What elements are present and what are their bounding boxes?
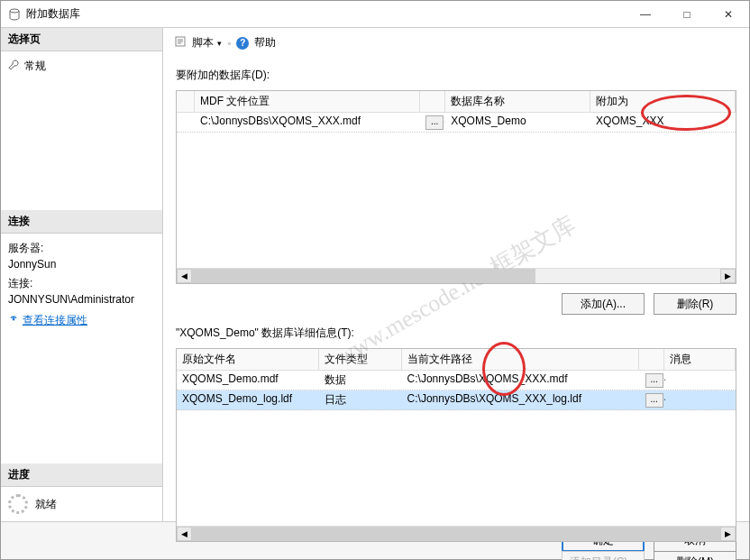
browse-button[interactable]: ... bbox=[645, 373, 663, 388]
server-value: JonnySun bbox=[8, 258, 155, 271]
browse-button[interactable]: ... bbox=[425, 115, 444, 130]
add-directory-button: 添加目录(C)... bbox=[562, 551, 645, 560]
view-connection-link[interactable]: 查看连接属性 bbox=[8, 313, 87, 328]
minimize-button[interactable]: — bbox=[625, 1, 666, 27]
window-buttons: — □ ✕ bbox=[625, 1, 749, 27]
toolbar: 脚本 ▾ ▪ ? 帮助 bbox=[163, 28, 749, 59]
server-label: 服务器: bbox=[8, 241, 155, 256]
maximize-button[interactable]: □ bbox=[666, 1, 708, 27]
browse-button[interactable]: ... bbox=[645, 393, 663, 408]
main-panel: 脚本 ▾ ▪ ? 帮助 www.mescode.net 框架文库 要附加的数据库… bbox=[163, 28, 749, 521]
script-dropdown[interactable]: 脚本 ▾ bbox=[192, 35, 222, 50]
attach-grid-header: MDF 文件位置 数据库名称 附加为 bbox=[177, 91, 736, 113]
details-grid: 原始文件名 文件类型 当前文件路径 消息 XQOMS_Demo.mdf 数据 C… bbox=[176, 348, 736, 542]
dialog-window: 附加数据库 — □ ✕ 选择页 常规 连接 服务器: JonnySun bbox=[0, 0, 750, 560]
col-mdf-location[interactable]: MDF 文件位置 bbox=[195, 91, 420, 113]
content-area: www.mescode.net 框架文库 要附加的数据库(D): MDF 文件位… bbox=[163, 59, 749, 521]
chevron-down-icon: ▾ bbox=[217, 39, 222, 48]
remove-button[interactable]: 删除(R) bbox=[654, 293, 736, 315]
script-icon bbox=[174, 35, 187, 50]
sidebar-item-label: 常规 bbox=[24, 59, 46, 74]
connection-label: 连接: bbox=[8, 276, 155, 291]
attach-grid-scrollbar[interactable]: ◀ ▶ bbox=[177, 268, 736, 283]
help-link[interactable]: 帮助 bbox=[254, 35, 276, 50]
add-button[interactable]: 添加(A)... bbox=[562, 293, 645, 315]
view-connection-label: 查看连接属性 bbox=[23, 313, 87, 328]
col-current-path[interactable]: 当前文件路径 bbox=[402, 349, 639, 371]
attach-db-label: 要附加的数据库(D): bbox=[176, 66, 736, 85]
svg-point-0 bbox=[10, 9, 19, 13]
details-grid-scrollbar[interactable]: ◀ ▶ bbox=[177, 526, 736, 541]
dialog-body: 选择页 常规 连接 服务器: JonnySun 连接: JONNYSUN\Adm… bbox=[1, 28, 749, 521]
script-label: 脚本 bbox=[192, 35, 214, 50]
help-icon: ? bbox=[236, 37, 249, 50]
sidebar-item-general[interactable]: 常规 bbox=[8, 57, 155, 76]
connection-info: 服务器: JonnySun 连接: JONNYSUN\Administrator… bbox=[1, 234, 162, 335]
attach-grid-row[interactable]: C:\JonnysDBs\XQOMS_XXX.mdf ... XQOMS_Dem… bbox=[177, 113, 736, 133]
details-label: "XQOMS_Demo" 数据库详细信息(T): bbox=[176, 324, 736, 343]
window-title: 附加数据库 bbox=[26, 6, 625, 22]
progress-spinner-icon bbox=[8, 494, 28, 514]
progress-header: 进度 bbox=[1, 464, 162, 487]
cell-db-name: XQOMS_Demo bbox=[445, 113, 590, 132]
cell-mdf-path: C:\JonnysDBs\XQOMS_XXX.mdf bbox=[195, 113, 420, 132]
titlebar: 附加数据库 — □ ✕ bbox=[1, 1, 749, 28]
col-attach-as[interactable]: 附加为 bbox=[590, 91, 736, 113]
details-row-log[interactable]: XQOMS_Demo_log.ldf 日志 C:\JonnysDBs\XQOMS… bbox=[177, 390, 736, 410]
close-button[interactable]: ✕ bbox=[708, 1, 749, 27]
select-page-header: 选择页 bbox=[1, 28, 162, 51]
wrench-icon bbox=[8, 60, 19, 73]
scroll-right-icon[interactable]: ▶ bbox=[720, 527, 736, 541]
remove-file-button[interactable]: 删除(M) bbox=[654, 551, 736, 560]
progress-status: 就绪 bbox=[35, 497, 57, 512]
col-orig-filename[interactable]: 原始文件名 bbox=[177, 349, 319, 371]
scroll-left-icon[interactable]: ◀ bbox=[177, 527, 192, 541]
attach-grid: MDF 文件位置 数据库名称 附加为 C:\JonnysDBs\XQOMS_XX… bbox=[176, 90, 736, 284]
details-grid-header: 原始文件名 文件类型 当前文件路径 消息 bbox=[177, 349, 736, 371]
details-row-data[interactable]: XQOMS_Demo.mdf 数据 C:\JonnysDBs\XQOMS_XXX… bbox=[177, 371, 736, 390]
connection-header: 连接 bbox=[1, 210, 162, 234]
sidebar: 选择页 常规 连接 服务器: JonnySun 连接: JONNYSUN\Adm… bbox=[1, 28, 163, 521]
link-icon bbox=[8, 314, 19, 327]
connection-value: JONNYSUN\Administrator bbox=[8, 293, 155, 306]
col-message[interactable]: 消息 bbox=[664, 349, 736, 371]
db-icon bbox=[8, 8, 21, 21]
progress-body: 就绪 bbox=[1, 487, 162, 521]
scroll-left-icon[interactable]: ◀ bbox=[177, 269, 192, 283]
scroll-right-icon[interactable]: ▶ bbox=[720, 269, 736, 283]
col-file-type[interactable]: 文件类型 bbox=[319, 349, 402, 371]
cell-attach-as[interactable]: XQOMS_XXX bbox=[590, 113, 736, 132]
col-db-name[interactable]: 数据库名称 bbox=[445, 91, 590, 113]
